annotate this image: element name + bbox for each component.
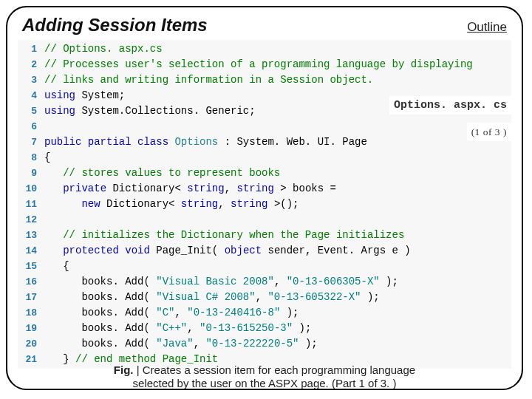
line-number: 19 [21, 321, 37, 336]
code-text: // stores values to represent books [44, 166, 280, 181]
caption-line1: Creates a session item for each programm… [143, 364, 415, 376]
code-text: books. Add( "C", "0-13-240416-8" ); [44, 305, 299, 321]
code-text: // initializes the Dictionary when the P… [44, 228, 404, 243]
line-number: 15 [21, 259, 37, 274]
code-text: public partial class Options : System. W… [44, 134, 367, 150]
line-number: 1 [21, 41, 37, 57]
code-line: 10 private Dictionary< string, string > … [21, 181, 511, 197]
caption-line2: selected by the user on the ASPX page. (… [133, 377, 397, 389]
line-number: 14 [21, 243, 37, 259]
code-line: 7public partial class Options : System. … [21, 134, 511, 150]
code-line: 20 books. Add( "Java", "0-13-222220-5" )… [21, 336, 511, 352]
line-number: 10 [21, 181, 37, 197]
fig-label: Fig. [114, 364, 134, 376]
filename-label: Options. aspx. cs [389, 96, 511, 115]
code-line: 9 // stores values to represent books [21, 166, 511, 181]
slide-title: Adding Session Items [22, 15, 208, 35]
code-line: 6 [21, 119, 511, 134]
code-text: { [44, 150, 50, 166]
line-number: 3 [21, 72, 37, 88]
code-line: 3// links and writing information in a S… [21, 72, 511, 88]
page-info-label: (1 of 3 ) [467, 123, 511, 141]
code-lines: 1// Options. aspx.cs2// Processes user's… [21, 41, 511, 367]
line-number: 17 [21, 290, 37, 305]
code-line: 18 books. Add( "C", "0-13-240416-8" ); [21, 305, 511, 321]
line-number: 8 [21, 150, 37, 166]
code-line: 17 books. Add( "Visual C# 2008", "0-13-6… [21, 290, 511, 305]
line-number: 16 [21, 274, 37, 290]
outline-link[interactable]: Outline [467, 20, 507, 35]
line-number: 21 [21, 352, 37, 367]
code-text: books. Add( "Visual C# 2008", "0-13-6053… [44, 290, 380, 305]
code-text: { [44, 259, 69, 274]
code-text: books. Add( "Visual Basic 2008", "0-13-6… [44, 274, 398, 290]
line-number: 12 [21, 212, 37, 228]
code-line: 14 protected void Page_Init( object send… [21, 243, 511, 259]
line-number: 9 [21, 166, 37, 181]
code-text: // links and writing information in a Se… [44, 72, 373, 88]
slide-frame: Adding Session Items Outline Options. as… [6, 6, 523, 390]
code-text: books. Add( "Java", "0-13-222220-5" ); [44, 336, 318, 352]
code-line: 19 books. Add( "C++", "0-13-615250-3" ); [21, 321, 511, 336]
figure-caption: Fig. | Creates a session item for each p… [37, 364, 492, 390]
line-number: 7 [21, 134, 37, 150]
line-number: 20 [21, 336, 37, 352]
code-block: Options. aspx. cs (1 of 3 ) 1// Options.… [18, 40, 511, 369]
line-number: 13 [21, 228, 37, 243]
code-line: 15 { [21, 259, 511, 274]
line-number: 6 [21, 119, 37, 134]
code-text: // Processes user's selection of a progr… [44, 57, 473, 72]
line-number: 18 [21, 305, 37, 321]
header: Adding Session Items Outline [18, 15, 511, 38]
code-text: protected void Page_Init( object sender,… [44, 243, 411, 259]
line-number: 11 [21, 197, 37, 212]
fig-sep: | [134, 364, 143, 376]
code-line: 2// Processes user's selection of a prog… [21, 57, 511, 72]
code-line: 16 books. Add( "Visual Basic 2008", "0-1… [21, 274, 511, 290]
code-text: new Dictionary< string, string >(); [44, 197, 299, 212]
code-text: using System.Collections. Generic; [44, 103, 256, 119]
code-line: 12 [21, 212, 511, 228]
code-text: using System; [44, 88, 125, 103]
code-line: 8{ [21, 150, 511, 166]
code-text: private Dictionary< string, string > boo… [44, 181, 336, 197]
line-number: 4 [21, 88, 37, 103]
line-number: 2 [21, 57, 37, 72]
code-line: 11 new Dictionary< string, string >(); [21, 197, 511, 212]
line-number: 5 [21, 103, 37, 119]
code-line: 13 // initializes the Dictionary when th… [21, 228, 511, 243]
code-line: 1// Options. aspx.cs [21, 41, 511, 57]
code-text: books. Add( "C++", "0-13-615250-3" ); [44, 321, 311, 336]
code-text: // Options. aspx.cs [44, 41, 163, 57]
